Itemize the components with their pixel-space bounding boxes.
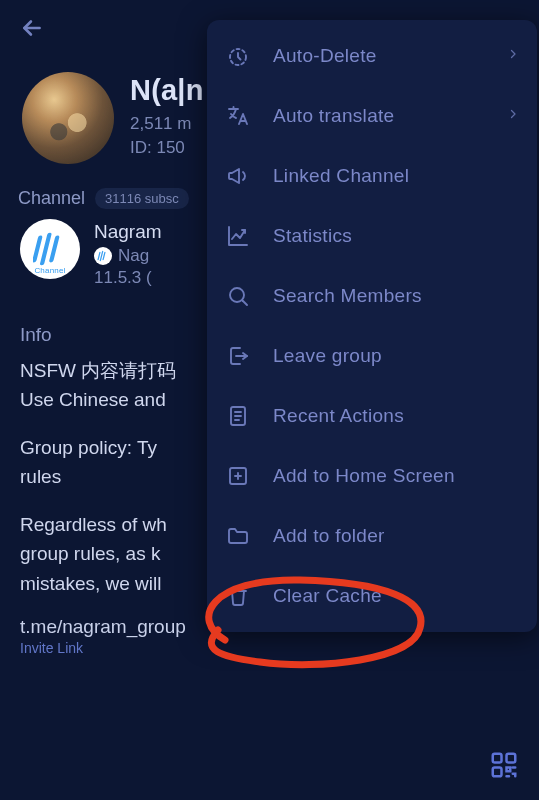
svg-rect-1 (507, 754, 516, 763)
channel-subtext: Nag (118, 246, 149, 266)
group-avatar[interactable] (22, 72, 114, 164)
group-title: N(a|n (130, 74, 204, 107)
invite-link-label: Invite Link (20, 640, 519, 656)
channel-name: Nagram (94, 221, 162, 243)
overflow-menu: Auto-DeleteAuto translateLinked ChannelS… (207, 20, 537, 632)
stats-icon (225, 223, 251, 249)
menu-item-auto-translate[interactable]: Auto translate (207, 86, 537, 146)
menu-item-statistics[interactable]: Statistics (207, 206, 537, 266)
menu-item-label: Linked Channel (273, 165, 519, 187)
menu-item-leave-group[interactable]: Leave group (207, 326, 537, 386)
menu-item-label: Add to folder (273, 525, 519, 547)
channel-avatar-caption: Channel (34, 266, 65, 275)
channel-version: 11.5.3 ( (94, 268, 162, 288)
menu-item-search-members[interactable]: Search Members (207, 266, 537, 326)
folder-icon (225, 523, 251, 549)
timer-icon (225, 43, 251, 69)
search-icon (225, 283, 251, 309)
svg-rect-2 (493, 768, 502, 777)
menu-item-label: Auto-Delete (273, 45, 485, 67)
menu-item-label: Leave group (273, 345, 519, 367)
menu-item-clear-cache[interactable]: Clear Cache (207, 566, 537, 626)
group-members: 2,511 m (130, 112, 204, 136)
qr-button[interactable] (487, 748, 521, 782)
subscriber-pill: 31116 subsc (95, 188, 189, 209)
trash-icon (225, 583, 251, 609)
menu-item-add-to-home-screen[interactable]: Add to Home Screen (207, 446, 537, 506)
chevron-right-icon (507, 44, 519, 69)
back-button[interactable] (12, 8, 52, 48)
menu-item-label: Auto translate (273, 105, 485, 127)
megaphone-icon (225, 163, 251, 189)
add-home-icon (225, 463, 251, 489)
menu-item-label: Recent Actions (273, 405, 519, 427)
svg-rect-0 (493, 754, 502, 763)
menu-item-auto-delete[interactable]: Auto-Delete (207, 26, 537, 86)
menu-item-label: Clear Cache (273, 585, 519, 607)
chevron-right-icon (507, 104, 519, 129)
translate-icon (225, 103, 251, 129)
menu-item-label: Statistics (273, 225, 519, 247)
menu-item-label: Add to Home Screen (273, 465, 519, 487)
recent-icon (225, 403, 251, 429)
channel-section-label: Channel (18, 188, 85, 209)
menu-item-linked-channel[interactable]: Linked Channel (207, 146, 537, 206)
menu-item-label: Search Members (273, 285, 519, 307)
menu-item-recent-actions[interactable]: Recent Actions (207, 386, 537, 446)
channel-avatar: Channel (20, 219, 80, 279)
leave-icon (225, 343, 251, 369)
channel-mini-icon (94, 247, 112, 265)
menu-item-add-to-folder[interactable]: Add to folder (207, 506, 537, 566)
group-id: ID: 150 (130, 136, 204, 160)
